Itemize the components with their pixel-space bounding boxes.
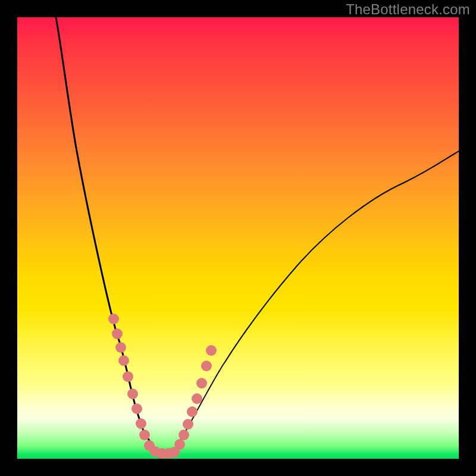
data-dot (123, 371, 133, 382)
data-dot (131, 403, 142, 414)
data-dot (174, 439, 185, 450)
data-dot (112, 328, 123, 339)
chart-frame: TheBottleneck.com (0, 0, 476, 476)
data-dot (118, 355, 129, 366)
left-curve (56, 17, 157, 452)
data-dot (178, 430, 189, 440)
data-dot (196, 378, 207, 389)
data-dot (127, 389, 138, 399)
data-dot (183, 419, 193, 430)
plot-area (17, 17, 459, 459)
data-dot (187, 406, 198, 417)
curves-svg (17, 17, 459, 459)
data-dot (115, 342, 126, 353)
right-curve (172, 151, 459, 453)
data-dot (108, 314, 119, 324)
data-dot (136, 418, 146, 429)
dots-group (108, 314, 217, 459)
data-dot (201, 361, 212, 371)
data-dot (139, 430, 150, 440)
data-dot (206, 345, 217, 356)
watermark-text: TheBottleneck.com (346, 1, 470, 18)
data-dot (192, 393, 202, 404)
